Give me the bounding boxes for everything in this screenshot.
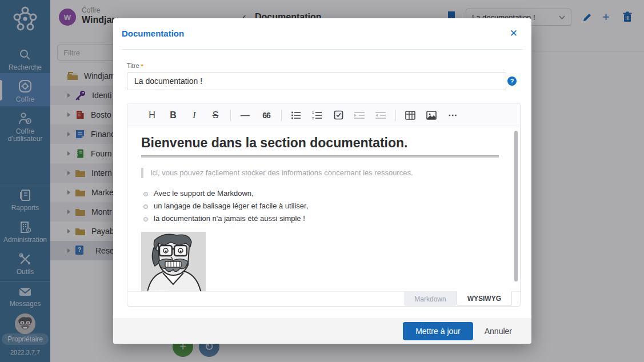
title-input[interactable] — [127, 72, 506, 90]
required-dot: • — [141, 62, 143, 70]
markdown-editor: H B I S — 66 12 — [127, 103, 521, 307]
svg-text:1: 1 — [312, 111, 314, 114]
doc-bullet: un langage de balisage léger et facile à… — [141, 200, 503, 212]
strikethrough-icon[interactable]: S — [207, 107, 224, 124]
documentation-modal: Documentation ✕ Titre • ? H B I S — 66 1… — [113, 18, 531, 344]
editor-content[interactable]: Bienvenue dans la section documentation.… — [127, 127, 520, 291]
editor-toolbar: H B I S — 66 12 — [127, 103, 520, 127]
modal-title: Documentation — [122, 29, 184, 38]
task-list-icon[interactable] — [330, 107, 347, 124]
image-icon[interactable] — [423, 107, 440, 124]
heading-icon[interactable]: H — [143, 107, 161, 124]
doc-heading: Bienvenue dans la section documentation. — [141, 135, 499, 156]
doc-bullet: la documentation n'a jamais été aussi si… — [141, 212, 503, 225]
editor-mode-tabs: Markdown WYSIWYG — [127, 291, 520, 306]
modal-footer: Mettre à jour Annuler — [113, 318, 531, 344]
blockquote-icon[interactable]: 66 — [258, 107, 275, 124]
bullet-list-icon[interactable] — [287, 107, 305, 124]
tab-wysiwyg[interactable]: WYSIWYG — [457, 291, 512, 306]
outdent-icon[interactable] — [372, 107, 389, 124]
more-icon[interactable]: ⋯ — [444, 107, 461, 124]
title-field-label: Titre • — [127, 62, 143, 70]
tab-markdown[interactable]: Markdown — [404, 292, 456, 306]
doc-quote: Ici, vous pouvez facilement stocker des … — [141, 168, 503, 178]
ordered-list-icon[interactable]: 12 — [309, 107, 326, 124]
indent-icon[interactable] — [351, 107, 368, 124]
doc-bullet-list: Avec le support de Markdown, un langage … — [141, 187, 503, 225]
cancel-button[interactable]: Annuler — [485, 327, 512, 336]
modal-title-divider — [122, 49, 523, 50]
svg-text:2: 2 — [312, 116, 314, 120]
image-watermark: Devolutions — [145, 288, 169, 291]
close-icon[interactable]: ✕ — [510, 27, 518, 39]
update-button[interactable]: Mettre à jour — [403, 322, 473, 340]
doc-cartoon-image: Devolutions — [141, 232, 206, 291]
doc-bullet: Avec le support de Markdown, — [141, 187, 503, 200]
horizontal-rule-icon[interactable]: — — [237, 107, 254, 124]
bold-icon[interactable]: B — [165, 107, 182, 124]
help-icon[interactable]: ? — [507, 77, 517, 86]
table-icon[interactable] — [402, 107, 419, 124]
editor-scrollbar[interactable] — [514, 131, 518, 281]
italic-icon[interactable]: I — [186, 107, 203, 124]
